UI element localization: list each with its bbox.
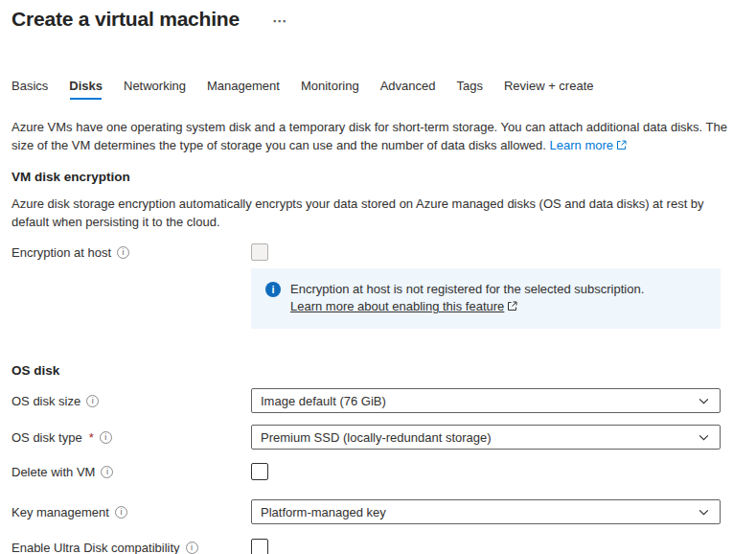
create-vm-page: Create a virtual machine ⋯ Basics Disks … [0, 0, 756, 554]
info-box-learn-more-link[interactable]: Learn more about enabling this feature [290, 299, 504, 313]
more-actions-button[interactable]: ⋯ [270, 12, 288, 28]
info-box-content: Encryption at host is not registered for… [290, 281, 644, 315]
external-link-icon [507, 301, 517, 312]
page-title: Create a virtual machine [11, 8, 240, 31]
key-management-label: Key management [11, 505, 109, 519]
os-disk-type-dropdown[interactable]: Premium SSD (locally-redundant storage) [251, 425, 721, 450]
os-disk-type-control: Premium SSD (locally-redundant storage) [251, 425, 721, 450]
chevron-down-icon [698, 431, 710, 444]
encryption-info-box: i Encryption at host is not registered f… [251, 268, 721, 329]
delete-with-vm-label-group: Delete with VM i [11, 465, 251, 479]
delete-with-vm-row: Delete with VM i [11, 463, 756, 480]
os-disk-type-value: Premium SSD (locally-redundant storage) [261, 430, 492, 445]
learn-more-link[interactable]: Learn more [550, 138, 627, 152]
disks-form: Encryption at host i i Encryption at hos… [11, 243, 756, 554]
ultra-disk-control [251, 539, 721, 554]
chevron-down-icon [698, 506, 710, 519]
os-disk-size-label: OS disk size [11, 394, 80, 408]
info-tooltip-icon[interactable]: i [86, 395, 99, 407]
tab-disks[interactable]: Disks [69, 79, 103, 100]
info-tooltip-icon[interactable]: i [186, 542, 198, 554]
info-box-message: Encryption at host is not registered for… [290, 282, 644, 296]
os-disk-size-control: Image default (76 GiB) [251, 388, 721, 413]
vm-disk-encryption-heading: VM disk encryption [11, 170, 756, 184]
page-header: Create a virtual machine ⋯ [11, 8, 756, 31]
tab-management[interactable]: Management [207, 79, 280, 100]
delete-with-vm-control [251, 463, 721, 480]
ultra-disk-row: Enable Ultra Disk compatibility i [11, 539, 756, 554]
os-disk-size-label-group: OS disk size i [11, 394, 251, 408]
encryption-at-host-row: Encryption at host i [11, 243, 756, 261]
key-management-label-group: Key management i [11, 505, 251, 519]
info-tooltip-icon[interactable]: i [115, 506, 127, 519]
key-management-dropdown[interactable]: Platform-managed key [251, 499, 721, 524]
delete-with-vm-checkbox[interactable] [251, 463, 268, 480]
encryption-at-host-control [251, 243, 721, 261]
os-disk-size-dropdown[interactable]: Image default (76 GiB) [251, 388, 721, 413]
chevron-down-icon [698, 395, 710, 407]
encryption-at-host-label: Encryption at host [11, 245, 111, 260]
tab-review-create[interactable]: Review + create [504, 79, 594, 100]
disks-intro-text: Azure VMs have one operating system disk… [11, 118, 732, 154]
info-filled-icon: i [265, 282, 281, 297]
tab-advanced[interactable]: Advanced [380, 79, 436, 100]
os-disk-type-label-group: OS disk type * i [11, 430, 251, 445]
tab-networking[interactable]: Networking [124, 79, 186, 100]
key-management-row: Key management i Platform-managed key [11, 499, 756, 524]
vm-disk-encryption-description: Azure disk storage encryption automatica… [11, 195, 719, 231]
os-disk-rows: OS disk size i Image default (76 GiB) OS… [11, 388, 756, 554]
key-management-control: Platform-managed key [251, 499, 721, 524]
info-tooltip-icon[interactable]: i [117, 246, 129, 259]
delete-with-vm-label: Delete with VM [11, 465, 95, 479]
encryption-at-host-label-group: Encryption at host i [11, 245, 251, 260]
external-link-icon [616, 140, 627, 150]
info-tooltip-icon[interactable]: i [101, 466, 113, 478]
key-management-value: Platform-managed key [261, 505, 386, 519]
os-disk-heading: OS disk [11, 363, 756, 378]
os-disk-size-row: OS disk size i Image default (76 GiB) [11, 388, 756, 413]
ultra-disk-label-group: Enable Ultra Disk compatibility i [11, 541, 251, 554]
os-disk-type-row: OS disk type * i Premium SSD (locally-re… [11, 425, 756, 450]
ultra-disk-checkbox[interactable] [251, 539, 268, 554]
tab-bar: Basics Disks Networking Management Monit… [11, 79, 756, 100]
encryption-at-host-checkbox[interactable] [251, 243, 268, 261]
os-disk-type-label: OS disk type [11, 430, 82, 445]
ultra-disk-label: Enable Ultra Disk compatibility [11, 541, 180, 554]
tab-tags[interactable]: Tags [456, 79, 482, 100]
info-tooltip-icon[interactable]: i [100, 431, 112, 444]
tab-monitoring[interactable]: Monitoring [301, 79, 359, 100]
required-asterisk: * [89, 430, 94, 445]
os-disk-size-value: Image default (76 GiB) [261, 394, 386, 408]
tab-basics[interactable]: Basics [11, 79, 48, 100]
